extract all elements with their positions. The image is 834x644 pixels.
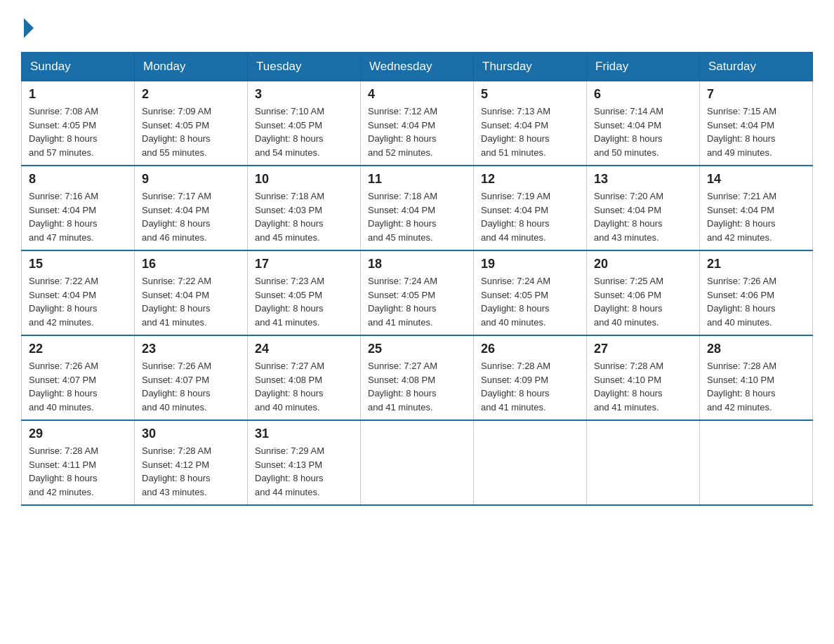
calendar-cell: 11Sunrise: 7:18 AMSunset: 4:04 PMDayligh… [361,166,474,250]
calendar-cell: 2Sunrise: 7:09 AMSunset: 4:05 PMDaylight… [135,81,248,166]
calendar-cell [587,420,700,505]
day-number: 2 [142,87,240,102]
calendar-week-row: 22Sunrise: 7:26 AMSunset: 4:07 PMDayligh… [22,335,813,420]
day-number: 13 [594,172,692,187]
calendar-cell: 12Sunrise: 7:19 AMSunset: 4:04 PMDayligh… [474,166,587,250]
day-number: 5 [481,87,579,102]
day-number: 26 [481,342,579,356]
day-number: 4 [368,87,466,102]
day-info: Sunrise: 7:17 AMSunset: 4:04 PMDaylight:… [142,189,240,244]
calendar-cell: 15Sunrise: 7:22 AMSunset: 4:04 PMDayligh… [22,250,135,335]
day-info: Sunrise: 7:24 AMSunset: 4:05 PMDaylight:… [481,274,579,329]
calendar-cell [700,420,813,505]
day-info: Sunrise: 7:28 AMSunset: 4:09 PMDaylight:… [481,359,579,414]
logo [21,21,34,38]
day-info: Sunrise: 7:25 AMSunset: 4:06 PMDaylight:… [594,274,692,329]
day-info: Sunrise: 7:16 AMSunset: 4:04 PMDaylight:… [29,189,127,244]
day-number: 15 [29,257,127,271]
day-info: Sunrise: 7:27 AMSunset: 4:08 PMDaylight:… [368,359,466,414]
day-number: 21 [707,257,805,271]
calendar-week-row: 29Sunrise: 7:28 AMSunset: 4:11 PMDayligh… [22,420,813,505]
day-number: 3 [255,87,353,102]
day-info: Sunrise: 7:14 AMSunset: 4:04 PMDaylight:… [594,105,692,159]
day-number: 29 [29,427,127,441]
day-info: Sunrise: 7:28 AMSunset: 4:10 PMDaylight:… [594,359,692,414]
day-number: 16 [142,257,240,271]
calendar-cell: 30Sunrise: 7:28 AMSunset: 4:12 PMDayligh… [135,420,248,505]
calendar-cell: 23Sunrise: 7:26 AMSunset: 4:07 PMDayligh… [135,335,248,420]
calendar-cell [474,420,587,505]
calendar-header-friday: Friday [587,53,700,81]
calendar-week-row: 15Sunrise: 7:22 AMSunset: 4:04 PMDayligh… [22,250,813,335]
calendar-header-monday: Monday [135,53,248,81]
day-number: 7 [707,87,805,102]
calendar-header-saturday: Saturday [700,53,813,81]
calendar-cell: 19Sunrise: 7:24 AMSunset: 4:05 PMDayligh… [474,250,587,335]
calendar-cell: 13Sunrise: 7:20 AMSunset: 4:04 PMDayligh… [587,166,700,250]
calendar-cell: 9Sunrise: 7:17 AMSunset: 4:04 PMDaylight… [135,166,248,250]
calendar-cell: 1Sunrise: 7:08 AMSunset: 4:05 PMDaylight… [22,81,135,166]
day-number: 6 [594,87,692,102]
calendar-cell: 5Sunrise: 7:13 AMSunset: 4:04 PMDaylight… [474,81,587,166]
day-number: 23 [142,342,240,356]
day-info: Sunrise: 7:20 AMSunset: 4:04 PMDaylight:… [594,189,692,244]
calendar-cell: 17Sunrise: 7:23 AMSunset: 4:05 PMDayligh… [248,250,361,335]
calendar-cell: 27Sunrise: 7:28 AMSunset: 4:10 PMDayligh… [587,335,700,420]
day-number: 14 [707,172,805,187]
calendar-cell: 8Sunrise: 7:16 AMSunset: 4:04 PMDaylight… [22,166,135,250]
calendar-header-sunday: Sunday [22,53,135,81]
day-info: Sunrise: 7:28 AMSunset: 4:12 PMDaylight:… [142,444,240,499]
day-number: 25 [368,342,466,356]
day-number: 10 [255,172,353,187]
day-info: Sunrise: 7:08 AMSunset: 4:05 PMDaylight:… [29,105,127,159]
day-info: Sunrise: 7:19 AMSunset: 4:04 PMDaylight:… [481,189,579,244]
day-info: Sunrise: 7:15 AMSunset: 4:04 PMDaylight:… [707,105,805,159]
day-info: Sunrise: 7:18 AMSunset: 4:03 PMDaylight:… [255,189,353,244]
calendar-table: SundayMondayTuesdayWednesdayThursdayFrid… [21,52,813,506]
day-number: 24 [255,342,353,356]
calendar-cell: 3Sunrise: 7:10 AMSunset: 4:05 PMDaylight… [248,81,361,166]
day-number: 1 [29,87,127,102]
calendar-week-row: 1Sunrise: 7:08 AMSunset: 4:05 PMDaylight… [22,81,813,166]
day-info: Sunrise: 7:29 AMSunset: 4:13 PMDaylight:… [255,444,353,499]
page-header [21,21,813,38]
calendar-cell: 6Sunrise: 7:14 AMSunset: 4:04 PMDaylight… [587,81,700,166]
calendar-cell: 28Sunrise: 7:28 AMSunset: 4:10 PMDayligh… [700,335,813,420]
calendar-cell: 22Sunrise: 7:26 AMSunset: 4:07 PMDayligh… [22,335,135,420]
calendar-cell: 7Sunrise: 7:15 AMSunset: 4:04 PMDaylight… [700,81,813,166]
calendar-cell: 18Sunrise: 7:24 AMSunset: 4:05 PMDayligh… [361,250,474,335]
day-info: Sunrise: 7:13 AMSunset: 4:04 PMDaylight:… [481,105,579,159]
calendar-header-row: SundayMondayTuesdayWednesdayThursdayFrid… [22,53,813,81]
calendar-cell: 20Sunrise: 7:25 AMSunset: 4:06 PMDayligh… [587,250,700,335]
day-number: 30 [142,427,240,441]
day-number: 11 [368,172,466,187]
day-info: Sunrise: 7:22 AMSunset: 4:04 PMDaylight:… [29,274,127,329]
day-info: Sunrise: 7:27 AMSunset: 4:08 PMDaylight:… [255,359,353,414]
day-info: Sunrise: 7:28 AMSunset: 4:10 PMDaylight:… [707,359,805,414]
calendar-cell: 24Sunrise: 7:27 AMSunset: 4:08 PMDayligh… [248,335,361,420]
calendar-cell: 21Sunrise: 7:26 AMSunset: 4:06 PMDayligh… [700,250,813,335]
calendar-header-tuesday: Tuesday [248,53,361,81]
day-number: 12 [481,172,579,187]
calendar-week-row: 8Sunrise: 7:16 AMSunset: 4:04 PMDaylight… [22,166,813,250]
day-info: Sunrise: 7:21 AMSunset: 4:04 PMDaylight:… [707,189,805,244]
day-info: Sunrise: 7:26 AMSunset: 4:07 PMDaylight:… [29,359,127,414]
day-info: Sunrise: 7:12 AMSunset: 4:04 PMDaylight:… [368,105,466,159]
day-number: 28 [707,342,805,356]
day-number: 31 [255,427,353,441]
day-number: 20 [594,257,692,271]
day-info: Sunrise: 7:09 AMSunset: 4:05 PMDaylight:… [142,105,240,159]
day-info: Sunrise: 7:26 AMSunset: 4:06 PMDaylight:… [707,274,805,329]
calendar-cell: 16Sunrise: 7:22 AMSunset: 4:04 PMDayligh… [135,250,248,335]
calendar-cell: 14Sunrise: 7:21 AMSunset: 4:04 PMDayligh… [700,166,813,250]
logo-arrow-icon [24,18,34,38]
calendar-cell: 31Sunrise: 7:29 AMSunset: 4:13 PMDayligh… [248,420,361,505]
day-info: Sunrise: 7:24 AMSunset: 4:05 PMDaylight:… [368,274,466,329]
calendar-cell: 4Sunrise: 7:12 AMSunset: 4:04 PMDaylight… [361,81,474,166]
calendar-cell: 25Sunrise: 7:27 AMSunset: 4:08 PMDayligh… [361,335,474,420]
day-number: 18 [368,257,466,271]
day-info: Sunrise: 7:10 AMSunset: 4:05 PMDaylight:… [255,105,353,159]
day-number: 19 [481,257,579,271]
calendar-cell: 26Sunrise: 7:28 AMSunset: 4:09 PMDayligh… [474,335,587,420]
day-number: 8 [29,172,127,187]
